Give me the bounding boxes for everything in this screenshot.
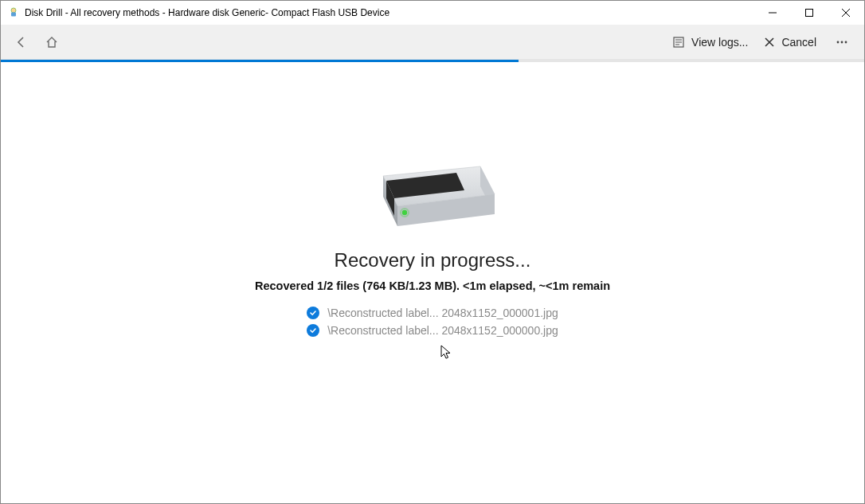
home-button[interactable] bbox=[37, 28, 66, 57]
status-text: Recovered 1/2 files (764 KB/1.23 MB). <1… bbox=[255, 279, 610, 292]
app-icon bbox=[7, 6, 20, 19]
svg-point-13 bbox=[402, 210, 407, 215]
svg-rect-2 bbox=[806, 10, 813, 17]
svg-point-6 bbox=[845, 41, 847, 43]
drive-icon bbox=[361, 150, 504, 238]
svg-rect-1 bbox=[11, 13, 16, 17]
back-button[interactable] bbox=[7, 28, 36, 57]
log-icon bbox=[672, 36, 685, 49]
file-row: \Reconstructed label... 2048x1152_000000… bbox=[307, 324, 558, 337]
progress-bar bbox=[1, 60, 864, 62]
file-row: \Reconstructed label... 2048x1152_000001… bbox=[307, 307, 558, 319]
check-icon bbox=[307, 324, 319, 337]
close-icon bbox=[764, 37, 775, 48]
view-logs-label: View logs... bbox=[691, 36, 748, 49]
maximize-button[interactable] bbox=[791, 1, 828, 25]
file-path: \Reconstructed label... 2048x1152_000000… bbox=[327, 324, 558, 337]
close-button[interactable] bbox=[828, 1, 864, 25]
view-logs-button[interactable]: View logs... bbox=[664, 28, 756, 57]
check-icon bbox=[307, 307, 319, 319]
more-button[interactable] bbox=[828, 28, 856, 57]
headline: Recovery in progress... bbox=[335, 249, 531, 272]
svg-point-0 bbox=[11, 8, 16, 13]
main-content: Recovery in progress... Recovered 1/2 fi… bbox=[1, 63, 864, 503]
svg-point-4 bbox=[837, 41, 840, 43]
titlebar: Disk Drill - All recovery methods - Hard… bbox=[1, 1, 864, 25]
toolbar: View logs... Cancel bbox=[1, 25, 864, 60]
progress-fill bbox=[1, 60, 519, 62]
cancel-button[interactable]: Cancel bbox=[756, 28, 824, 57]
window-controls bbox=[754, 1, 864, 25]
minimize-button[interactable] bbox=[754, 1, 791, 25]
file-path: \Reconstructed label... 2048x1152_000001… bbox=[327, 307, 558, 319]
window-title: Disk Drill - All recovery methods - Hard… bbox=[25, 7, 389, 18]
file-list: \Reconstructed label... 2048x1152_000001… bbox=[307, 307, 558, 337]
cancel-label: Cancel bbox=[781, 36, 816, 49]
svg-point-5 bbox=[841, 41, 843, 43]
